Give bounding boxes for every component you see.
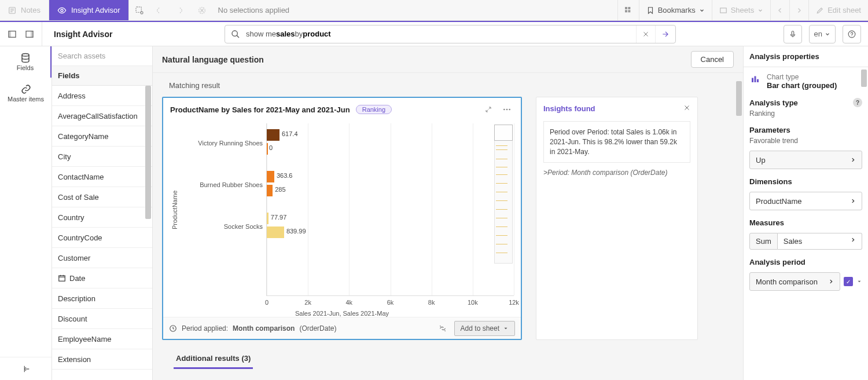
clock-icon [169, 324, 177, 332]
measure-agg[interactable]: Sum [749, 233, 778, 250]
leftnav-master-label: Master items [8, 96, 44, 103]
calendar-icon [58, 274, 66, 282]
chart-card: ProductName by Sales for 2021-May and 20… [162, 97, 522, 340]
tab-insight-label: Insight Advisor [71, 6, 120, 14]
assets-scrollbar[interactable] [144, 86, 152, 380]
expand-chart-button[interactable] [483, 105, 494, 114]
chart-more-button[interactable] [500, 104, 514, 115]
list-item[interactable]: Discount [52, 309, 152, 329]
list-item[interactable]: Customer [52, 248, 152, 268]
edit-sheet-button[interactable]: Edit sheet [808, 0, 868, 20]
scrollbar-thumb[interactable] [145, 86, 151, 219]
favorable-trend-label: Favorable trend [749, 137, 862, 145]
svg-rect-26 [757, 79, 759, 82]
svg-rect-13 [31, 31, 33, 37]
list-item[interactable]: ContactName [52, 167, 152, 187]
clear-search-button[interactable] [636, 25, 655, 43]
list-item[interactable]: Extension [52, 349, 152, 370]
svg-rect-8 [628, 10, 630, 12]
scrollbar-thumb[interactable] [861, 70, 867, 87]
measure-field-selector[interactable]: Sales [778, 233, 862, 250]
measure-control: Sum Sales [749, 233, 862, 250]
main-scrollbar[interactable] [735, 46, 743, 380]
analysis-period-selector[interactable]: Month comparison [749, 272, 840, 291]
close-insights-button[interactable] [683, 104, 690, 113]
list-item-label: EmployeeName [58, 335, 112, 344]
prev-sheet-button[interactable] [770, 0, 789, 20]
step-forward-button[interactable] [171, 6, 192, 15]
svg-rect-11 [9, 31, 11, 37]
list-item[interactable]: Address [52, 86, 152, 106]
grid-icon-button[interactable] [617, 0, 639, 20]
list-item-label: City [58, 152, 71, 161]
list-item[interactable]: Country [52, 207, 152, 228]
sheets-button[interactable]: Sheets [712, 0, 770, 20]
svg-rect-6 [628, 7, 630, 9]
submit-search-button[interactable] [655, 25, 675, 43]
list-item-label: CountryCode [58, 233, 102, 242]
tab-insight-advisor[interactable]: Insight Advisor [49, 0, 129, 20]
bar-value: 839.99 [286, 228, 306, 235]
dimension-value: ProductName [756, 197, 801, 206]
leftnav-master[interactable]: Master items [0, 78, 52, 109]
chevron-down-icon [699, 8, 705, 13]
minimap-handle[interactable] [494, 125, 513, 141]
chart-type-text: Chart type Bar chart (grouped) [767, 73, 837, 90]
period-applied-label: Period applied: [182, 324, 228, 332]
list-item[interactable]: City [52, 147, 152, 167]
smart-search-icon-button[interactable] [129, 6, 150, 15]
step-back-button[interactable] [150, 6, 171, 15]
ranking-chip: Ranking [356, 105, 392, 114]
measures-section: Measures Sum Sales [749, 218, 862, 250]
pane-toggles [0, 22, 42, 46]
search-input[interactable]: show me sales by product [246, 30, 636, 38]
page-title: Insight Advisor [49, 30, 117, 39]
list-item[interactable]: Cost of Sale [52, 187, 152, 207]
list-item[interactable]: AverageCallSatisfaction [52, 106, 152, 126]
additional-results-tab[interactable]: Additional results (3) [174, 349, 253, 369]
props-body: Chart type Bar chart (grouped) Analysis … [744, 67, 868, 380]
cancel-button[interactable]: Cancel [691, 51, 734, 68]
help-button[interactable] [843, 25, 861, 43]
analysis-period-control: Month comparison ✓ [749, 272, 862, 291]
tab-notes[interactable]: Notes [0, 0, 49, 20]
mic-button[interactable] [784, 25, 802, 43]
scrollbar-thumb[interactable] [736, 81, 742, 116]
list-item[interactable]: Description [52, 288, 152, 309]
plot-area[interactable]: 0 2k 4k 6k 8k 10k 12k 617.4 [266, 123, 514, 296]
clear-selections-button[interactable] [192, 6, 212, 15]
left-panel-toggle[interactable] [5, 27, 20, 42]
svg-point-14 [232, 31, 237, 36]
collapse-leftnav-button[interactable] [0, 357, 52, 380]
list-item[interactable]: EmployeeName [52, 329, 152, 349]
right-panel-toggle[interactable] [22, 27, 37, 42]
svg-point-22 [509, 109, 510, 111]
language-selector[interactable]: en [809, 25, 836, 43]
chart-minimap[interactable] [494, 125, 513, 264]
period-note: >Period: Month comparison (OrderDate) [543, 169, 690, 177]
insights-header: Insights found [543, 104, 690, 113]
analysis-type-label: Analysis type ? [749, 98, 862, 107]
category-label: Victory Running Shoes [182, 140, 263, 147]
svg-rect-15 [792, 31, 794, 35]
list-item[interactable]: CountryCode [52, 228, 152, 248]
analysis-type-value: Ranking [749, 109, 862, 118]
list-item[interactable]: Date [52, 268, 152, 288]
bar [267, 171, 274, 182]
dimension-selector[interactable]: ProductName [749, 192, 862, 210]
bookmarks-button[interactable]: Bookmarks [639, 0, 712, 20]
period-bold: Month comparison [233, 324, 295, 332]
period-checkbox[interactable]: ✓ [844, 277, 853, 286]
bar-value: 0 [269, 144, 273, 151]
x-tick: 4k [346, 299, 353, 306]
assets-search-input[interactable]: Search assets [52, 46, 152, 66]
svg-point-21 [506, 109, 508, 111]
next-sheet-button[interactable] [789, 0, 808, 20]
break-link-button[interactable] [436, 324, 450, 333]
favorable-trend-selector[interactable]: Up [749, 151, 862, 169]
list-item[interactable]: CategoryName [52, 126, 152, 147]
add-to-sheet-button[interactable]: Add to sheet [454, 321, 515, 336]
leftnav-fields[interactable]: Fields [0, 46, 52, 78]
props-scrollbar[interactable] [860, 70, 868, 380]
database-icon [20, 53, 31, 63]
